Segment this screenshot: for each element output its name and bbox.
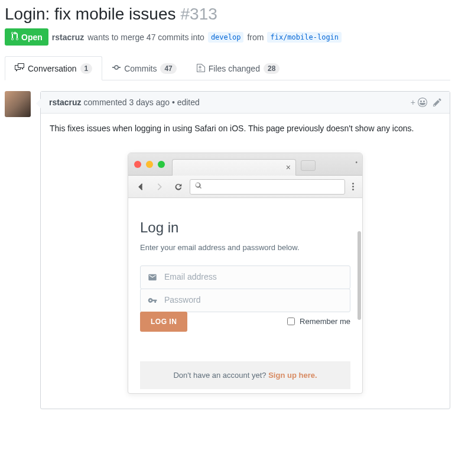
tab-conversation-count: 1 [80, 63, 93, 74]
remember-checkbox [287, 318, 295, 325]
file-diff-icon [197, 63, 205, 74]
new-tab-button [301, 160, 316, 171]
pr-title-row: Login: fix mobile issues #313 [5, 5, 450, 24]
close-tab-icon: × [286, 161, 291, 174]
browser-overflow-icon: • [355, 158, 356, 167]
minimize-window-icon [146, 161, 153, 168]
search-icon [195, 182, 202, 192]
scrollbar [358, 231, 361, 320]
login-title: Log in [140, 217, 350, 238]
tab-conversation-label: Conversation [28, 64, 77, 73]
comment-body: This fixes issues when logging in using … [41, 114, 450, 409]
git-pull-request-icon [11, 31, 19, 43]
url-bar [190, 179, 345, 195]
back-button [133, 183, 148, 191]
add-reaction-button[interactable] [418, 98, 427, 107]
browser-toolbar [128, 176, 362, 198]
comment-header: rstacruz commented 3 days ago • edited + [41, 92, 450, 114]
email-field: Email address [140, 265, 350, 289]
signup-prompt: Don't have an account yet? [173, 371, 268, 380]
login-subtitle: Enter your email address and password be… [140, 242, 350, 254]
tab-commits-label: Commits [124, 64, 157, 73]
status-label: Open [21, 33, 43, 42]
comment-discussion-icon [15, 63, 24, 74]
tab-files[interactable]: Files changed 28 [187, 56, 290, 80]
comment-text: This fixes issues when logging in using … [50, 122, 441, 135]
key-icon [148, 296, 157, 305]
base-branch[interactable]: develop [208, 32, 244, 43]
browser-tab: × [172, 159, 296, 176]
head-branch[interactable]: fix/mobile-login [267, 32, 342, 43]
tab-files-label: Files changed [209, 64, 260, 73]
browser-menu-button [349, 183, 358, 190]
comment-author[interactable]: rstacruz [49, 98, 81, 107]
login-button: LOG IN [140, 312, 187, 332]
reload-button [171, 183, 186, 191]
git-commit-icon [112, 63, 121, 74]
maximize-window-icon [158, 161, 165, 168]
forward-button [152, 183, 167, 191]
tab-commits-count: 47 [160, 63, 176, 74]
password-placeholder: Password [164, 294, 200, 306]
login-page: Log in Enter your email address and pass… [128, 198, 362, 393]
remember-me: Remember me [287, 316, 350, 328]
signup-bar: Don't have an account yet? Sign up here. [140, 361, 350, 390]
remember-label: Remember me [300, 316, 350, 328]
tab-commits[interactable]: Commits 47 [102, 56, 187, 80]
merge-text: wants to merge 47 commits into [87, 33, 204, 42]
signup-link: Sign up here. [268, 371, 317, 380]
edit-comment-button[interactable] [433, 98, 441, 107]
comment: rstacruz commented 3 days ago • edited +… [5, 91, 450, 409]
tab-bar: Conversation 1 Commits 47 Files changed … [5, 56, 450, 80]
password-field: Password [140, 289, 350, 312]
from-text: from [247, 33, 264, 42]
browser-screenshot: × • [128, 153, 363, 394]
status-badge: Open [5, 28, 48, 46]
browser-tab-strip: × • [128, 153, 362, 176]
comment-meta: commented 3 days ago • edited [83, 98, 199, 107]
tab-files-count: 28 [264, 63, 280, 74]
login-actions: LOG IN Remember me [140, 312, 350, 332]
email-placeholder: Email address [164, 271, 217, 283]
comment-box: rstacruz commented 3 days ago • edited +… [40, 91, 450, 409]
pr-number: #313 [180, 5, 217, 24]
email-icon [148, 273, 157, 282]
pr-meta-row: Open rstacruz wants to merge 47 commits … [5, 28, 450, 46]
pr-author[interactable]: rstacruz [52, 33, 84, 42]
traffic-lights [134, 161, 165, 168]
pr-title: Login: fix mobile issues [5, 5, 176, 24]
plus-icon: + [411, 98, 415, 107]
avatar[interactable] [5, 91, 31, 117]
tab-conversation[interactable]: Conversation 1 [5, 56, 102, 80]
close-window-icon [134, 161, 141, 168]
